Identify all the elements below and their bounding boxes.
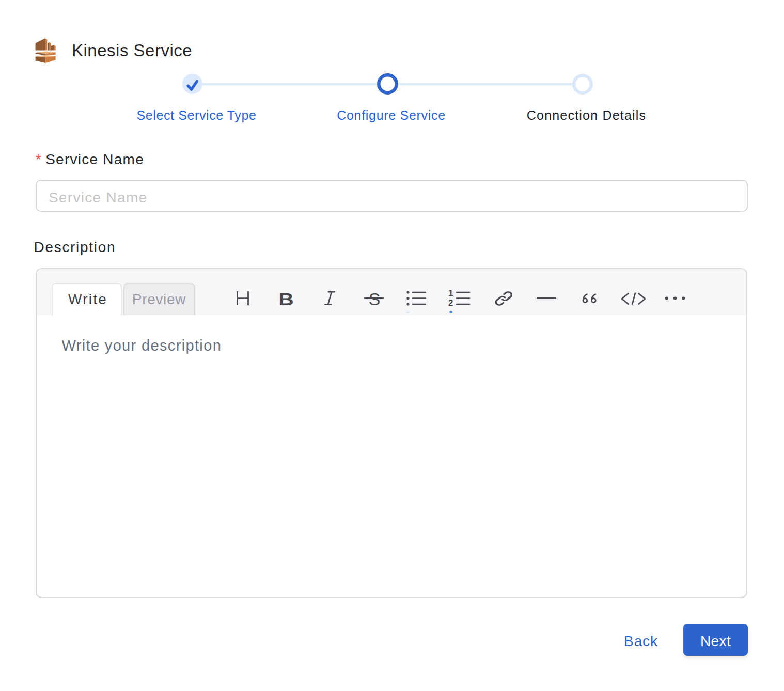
- svg-text:1: 1: [448, 288, 453, 298]
- svg-text:2: 2: [448, 298, 453, 308]
